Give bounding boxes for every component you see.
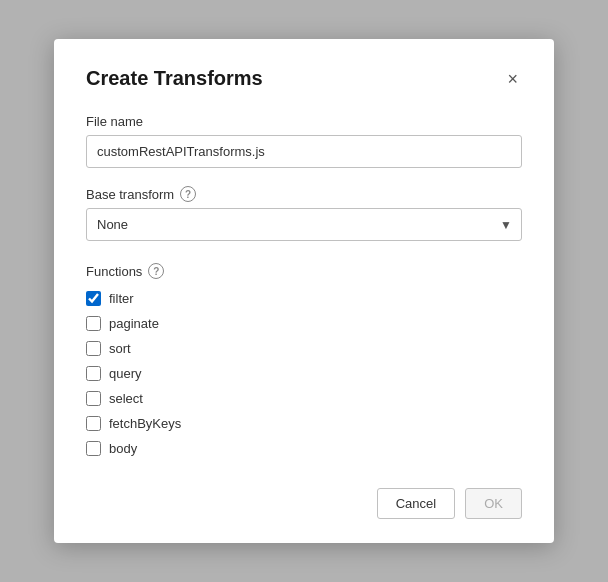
- dialog: Create Transforms × File name Base trans…: [54, 39, 554, 543]
- checkbox-fetchbykeys[interactable]: [86, 416, 101, 431]
- cancel-button[interactable]: Cancel: [377, 488, 455, 519]
- checkbox-label-sort: sort: [109, 341, 131, 356]
- base-transform-select[interactable]: None: [86, 208, 522, 241]
- dialog-footer: Cancel OK: [86, 488, 522, 519]
- checkbox-paginate[interactable]: [86, 316, 101, 331]
- dialog-title: Create Transforms: [86, 67, 263, 90]
- checkbox-item-fetchbykeys[interactable]: fetchByKeys: [86, 416, 522, 431]
- checkbox-item-sort[interactable]: sort: [86, 341, 522, 356]
- checkbox-item-body[interactable]: body: [86, 441, 522, 456]
- checkbox-item-filter[interactable]: filter: [86, 291, 522, 306]
- checkbox-label-paginate: paginate: [109, 316, 159, 331]
- file-name-label: File name: [86, 114, 522, 129]
- close-button[interactable]: ×: [503, 68, 522, 90]
- checkbox-label-fetchbykeys: fetchByKeys: [109, 416, 181, 431]
- checkbox-label-body: body: [109, 441, 137, 456]
- checkbox-label-filter: filter: [109, 291, 134, 306]
- checkbox-label-query: query: [109, 366, 142, 381]
- checkbox-sort[interactable]: [86, 341, 101, 356]
- base-transform-label: Base transform ?: [86, 186, 522, 202]
- checkbox-item-select[interactable]: select: [86, 391, 522, 406]
- overlay: Create Transforms × File name Base trans…: [0, 0, 608, 582]
- base-transform-help-icon[interactable]: ?: [180, 186, 196, 202]
- functions-checkbox-list: filter paginate sort query select fetchB…: [86, 291, 522, 456]
- ok-button[interactable]: OK: [465, 488, 522, 519]
- functions-help-icon[interactable]: ?: [148, 263, 164, 279]
- dialog-header: Create Transforms ×: [86, 67, 522, 90]
- base-transform-select-wrapper: None ▼: [86, 208, 522, 241]
- checkbox-body[interactable]: [86, 441, 101, 456]
- checkbox-item-query[interactable]: query: [86, 366, 522, 381]
- checkbox-select[interactable]: [86, 391, 101, 406]
- checkbox-item-paginate[interactable]: paginate: [86, 316, 522, 331]
- checkbox-filter[interactable]: [86, 291, 101, 306]
- checkbox-query[interactable]: [86, 366, 101, 381]
- functions-section-label: Functions ?: [86, 263, 522, 279]
- checkbox-label-select: select: [109, 391, 143, 406]
- file-name-input[interactable]: [86, 135, 522, 168]
